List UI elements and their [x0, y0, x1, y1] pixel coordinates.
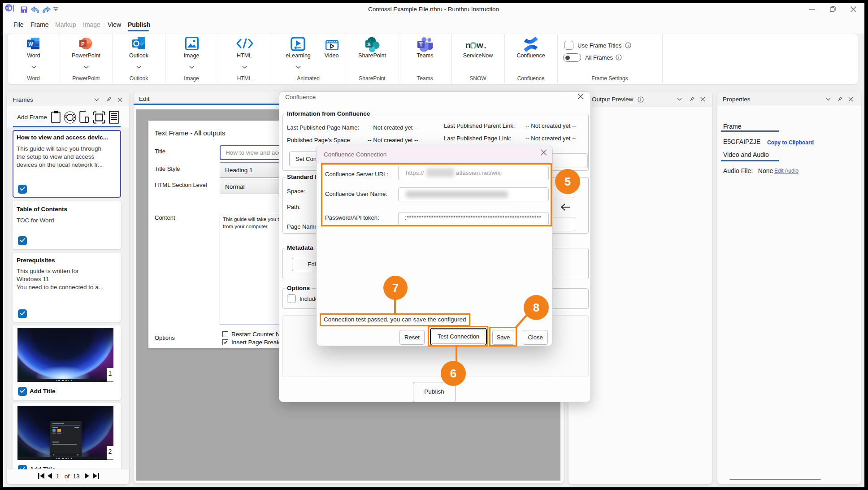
svg-text:W: W	[28, 41, 33, 47]
svg-text:P: P	[81, 41, 84, 47]
svg-text:R: R	[6, 7, 9, 10]
svg-text:w: w	[476, 41, 483, 50]
svg-text:S: S	[367, 42, 370, 47]
